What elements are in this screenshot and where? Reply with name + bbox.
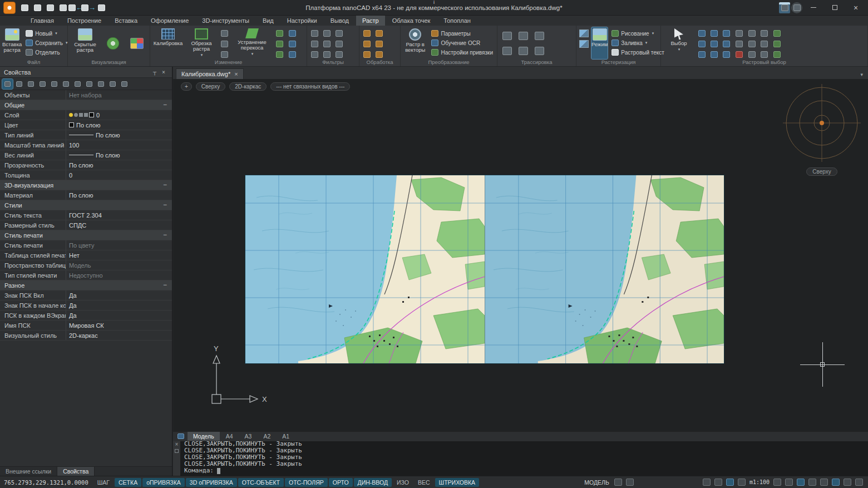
property-value[interactable]: 100 [66,140,172,150]
collapse-section-icon[interactable]: − [163,281,167,289]
property-value[interactable]: По слою [66,130,172,140]
status-toggle[interactable]: ОТС-ПОЛЯР [285,478,328,487]
trace-line-icon[interactable] [500,29,514,42]
status-toggle[interactable]: ОРТО [329,478,353,487]
viewport-menu-plus[interactable]: + [181,82,192,91]
sort-icon[interactable] [61,79,71,89]
property-row[interactable]: Масштаб типа линий 100 − [0,140,172,150]
property-row[interactable]: Стиль печати По цвету − [0,240,172,250]
layout-tab[interactable]: А1 [277,432,295,441]
property-row[interactable]: Прозрачность По слою − [0,160,172,170]
ribbon-tab[interactable]: Оформление [145,16,195,26]
property-row[interactable]: Цвет По слою − [0,120,172,130]
ucs-icon[interactable]: Y X [190,344,273,417]
info-icon[interactable] [791,2,802,13]
property-value[interactable]: Да [66,300,172,310]
collapse-section-icon[interactable]: − [163,201,167,209]
property-row[interactable]: Знак ПСК в начале коо... Да − [0,300,172,310]
select-invert-icon[interactable] [721,50,732,59]
ribbon-tab[interactable]: Облака точек [386,16,437,26]
panel-tab[interactable]: Свойства [57,467,95,476]
hidden-rasters-button[interactable]: Скрытые растра [70,27,100,59]
status-toggle[interactable]: 3D оПРИВЯЗКА [186,478,237,487]
command-input-caret[interactable] [217,468,220,474]
document-tab[interactable]: Калибровка.dwg* × [176,68,244,79]
property-row[interactable]: Тип линий По слою − [0,130,172,140]
layout-tab[interactable]: А2 [258,432,276,441]
raster-to-vectors-button[interactable]: Растр в векторы [403,27,427,59]
filter-icon[interactable] [49,79,60,89]
raster-mirror-icon[interactable] [219,40,230,48]
annotation-visibility-icon[interactable] [714,479,722,486]
select-add-icon[interactable] [697,40,707,48]
layout-tab[interactable]: А3 [239,432,258,441]
close-document-icon[interactable]: × [234,71,238,77]
filter-contrast-icon[interactable] [322,40,332,48]
conversion-parameters-button[interactable]: Параметры [430,29,495,38]
status-toggle[interactable]: ОТС-ОБЪЕКТ [238,478,284,487]
process-edges-icon[interactable] [374,29,384,38]
orbit-icon[interactable] [820,479,828,486]
status-toggle[interactable]: СЕТКА [115,478,141,487]
outside-select-mode-icon[interactable] [747,50,757,59]
select-crossing-icon[interactable] [709,40,719,48]
process-mask-icon[interactable] [374,40,384,48]
trace-circle-icon[interactable] [532,29,546,42]
ribbon-tab[interactable]: Построение [61,16,107,26]
property-row[interactable]: Слой 0 − [0,110,172,120]
filter-adaptive-icon[interactable] [334,40,344,48]
property-row[interactable]: Стиль текста ГОСТ 2.304 − [0,210,172,220]
raster-drawing-button[interactable]: Рисование ▾ [610,29,666,38]
property-value[interactable]: 0 [66,110,172,120]
raster-layer-down-icon[interactable] [772,40,782,48]
save-raster-button[interactable]: Сохранить ▾ [24,38,69,47]
property-value[interactable]: ГОСТ 2.304 [66,210,172,220]
ribbon-tab[interactable]: Главная [24,16,60,26]
insert-raster-button[interactable]: Вставка растра [2,27,22,59]
collapse-section-icon[interactable]: − [163,231,167,239]
copy-properties-icon[interactable] [84,79,95,89]
select-objects-icon[interactable] [14,79,24,89]
property-row[interactable]: Объекты Нет набора − [0,90,172,100]
trace-polyline-icon[interactable] [516,44,530,57]
pan-hand-icon[interactable] [773,479,781,486]
filter-binarize-icon[interactable] [334,29,344,38]
inside-select-mode-icon[interactable] [759,29,770,38]
ribbon-tab[interactable]: Вид [257,16,280,26]
select-lasso-icon[interactable] [721,40,732,48]
select-fence-icon[interactable] [721,29,732,38]
select-none-icon[interactable] [734,40,744,48]
snap-settings-button[interactable]: Настройки привязки [430,48,495,57]
raster-palette-button[interactable] [126,27,147,59]
window-select-mode-icon[interactable] [747,29,757,38]
crop-raster-button[interactable]: Обрезка растра ▾ [186,27,217,59]
raster-invert-icon[interactable] [274,50,285,59]
property-value[interactable]: 2D-каркас [66,331,172,340]
collapse-section-icon[interactable]: − [163,101,167,109]
property-row[interactable]: Размерный стиль СПДС − [0,220,172,230]
raster-split-icon[interactable] [274,40,285,48]
process-fill-holes-icon[interactable] [362,29,372,38]
process-levels-icon[interactable] [374,50,384,59]
property-value[interactable]: Да [66,290,172,300]
ribbon-tab[interactable]: Настройки [281,16,323,26]
property-row[interactable]: Стиль печати − [0,230,172,240]
raster-fill-button[interactable]: Заливка ▾ [610,38,666,47]
select-brush-icon[interactable] [697,29,707,38]
property-row[interactable]: Разное − [0,280,172,290]
notifications-icon[interactable] [614,479,622,486]
property-value[interactable]: Недоступно [66,270,172,280]
property-row[interactable]: Материал По слою − [0,190,172,200]
property-value[interactable]: Нет [66,250,172,260]
raster-select-button[interactable]: Выбор ▾ [663,27,694,59]
property-row[interactable]: Таблица стилей печати Нет − [0,250,172,260]
raster-map-image-left[interactable] [245,175,485,363]
property-row[interactable]: Знак ПСК Вкл Да − [0,290,172,300]
rasterize-objects-icon[interactable] [579,29,589,38]
close-panel-icon[interactable]: × [159,69,168,75]
columns-icon[interactable] [72,79,83,89]
property-value[interactable]: По слою [66,190,172,200]
property-value[interactable]: По слою [66,120,172,130]
rasterize-area-icon[interactable] [579,40,589,48]
property-value[interactable]: Модель [66,260,172,270]
